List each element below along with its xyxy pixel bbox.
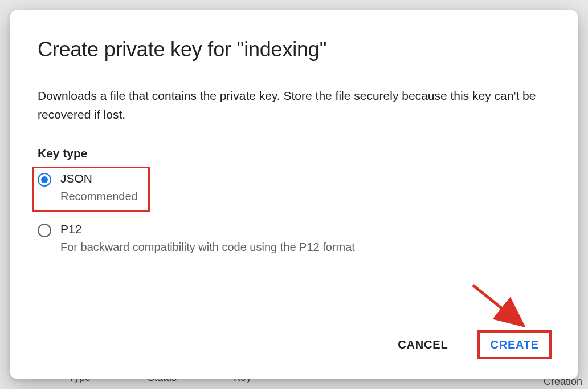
cancel-button[interactable]: CANCEL: [386, 331, 459, 358]
radio-content: P12 For backward compatibility with code…: [60, 222, 355, 254]
create-private-key-dialog: Create private key for "indexing" Downlo…: [10, 10, 578, 379]
radio-json-subtitle: Recommended: [60, 190, 138, 203]
create-button-highlight: CREATE: [479, 331, 550, 358]
dialog-title: Create private key for "indexing": [38, 38, 550, 62]
radio-p12-subtitle: For backward compatibility with code usi…: [60, 241, 355, 254]
dialog-description: Downloads a file that contains the priva…: [38, 87, 539, 124]
radio-p12-title: P12: [60, 222, 355, 236]
key-type-radio-group: JSON Recommended P12 For backward compat…: [38, 168, 550, 256]
radio-option-json[interactable]: JSON Recommended: [34, 168, 148, 210]
key-type-label: Key type: [38, 147, 550, 160]
radio-circle-icon: [38, 173, 51, 187]
create-button[interactable]: CREATE: [479, 331, 550, 358]
dialog-actions: CANCEL CREATE: [38, 320, 550, 358]
radio-circle-icon: [38, 224, 51, 237]
radio-content: JSON Recommended: [60, 172, 138, 203]
radio-option-p12[interactable]: P12 For backward compatibility with code…: [38, 220, 550, 256]
radio-json-title: JSON: [60, 172, 138, 185]
